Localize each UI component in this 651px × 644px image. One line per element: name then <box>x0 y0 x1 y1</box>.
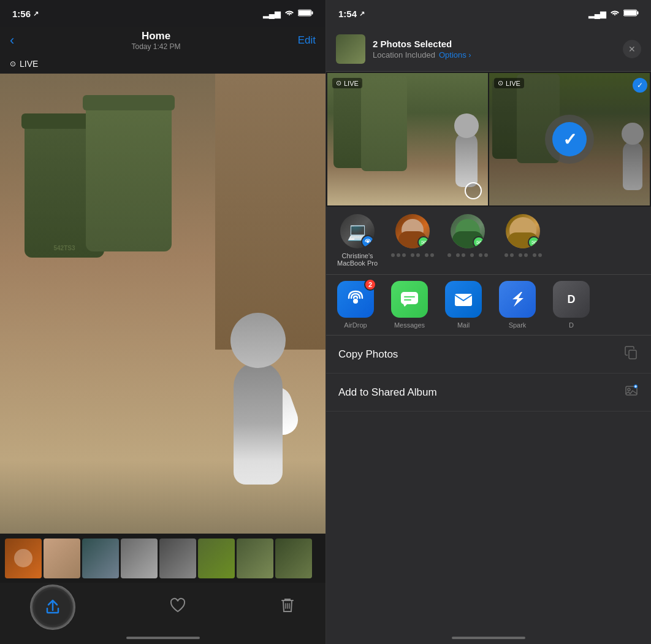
app-item-more[interactable]: D D <box>547 281 596 329</box>
thumbnail-item[interactable] <box>82 539 119 578</box>
messages-icon-4: ✉ <box>531 239 536 246</box>
airdrop-badge <box>361 235 375 248</box>
shared-album-icon <box>624 383 639 401</box>
share-header: 2 Photos Selected Location Included Opti… <box>326 27 651 72</box>
share-thumbnail <box>336 34 365 64</box>
share-title: 2 Photos Selected <box>373 39 615 49</box>
photo-selector: ⊙ LIVE ⊙ LIVE <box>326 72 651 207</box>
live-dot-icon-2: ⊙ <box>498 79 503 87</box>
battery-icon <box>298 9 313 18</box>
more-label: D <box>569 321 574 329</box>
person-item-macbook[interactable]: 💻 Christine's MacBook Pro <box>336 214 379 267</box>
person-item-2[interactable]: ✉ <box>391 214 434 257</box>
photo-background: 542TS3 <box>0 74 326 534</box>
location-arrow-icon: ↗ <box>33 10 39 18</box>
thumbnail-item[interactable] <box>275 539 312 578</box>
live-badge-1: ⊙ LIVE <box>332 78 362 88</box>
left-time: 1:56 ↗ <box>12 9 39 19</box>
svg-rect-2 <box>299 10 311 15</box>
person-dots-4 <box>504 253 542 257</box>
app-item-spark[interactable]: Spark <box>493 281 542 329</box>
messages-icon-2: ✉ <box>421 239 426 246</box>
left-status-icons: ▂▄▆ <box>263 9 313 18</box>
small-checkmark: ✓ <box>637 81 643 90</box>
home-indicator <box>126 637 200 639</box>
svg-rect-10 <box>629 350 636 359</box>
person-dots-2 <box>391 253 434 257</box>
photo-select-item-1[interactable]: ⊙ LIVE <box>327 73 488 205</box>
photo-select-item-2[interactable]: ⊙ LIVE ✓ ✓ <box>489 73 650 205</box>
selected-check-overlay: ✓ <box>545 115 594 164</box>
right-home-indicator <box>452 637 525 639</box>
share-info: 2 Photos Selected Location Included Opti… <box>373 39 615 59</box>
thumbnail-item[interactable] <box>237 539 273 578</box>
small-check-badge: ✓ <box>633 78 647 93</box>
messages-icon-3: ✉ <box>476 239 481 246</box>
macbook-name: Christine's MacBook Pro <box>337 252 378 267</box>
thumbnail-item[interactable] <box>198 539 235 578</box>
live-dot-icon: ⊙ <box>336 79 341 87</box>
wifi-icon <box>284 9 294 18</box>
right-phone: 1:54 ↗ ▂▄▆ 2 Photos Selected Location In… <box>326 0 651 644</box>
thumbnail-strip[interactable] <box>0 534 326 583</box>
svg-rect-1 <box>311 11 313 14</box>
live-badge: ⊙ LIVE <box>0 54 326 74</box>
svg-rect-4 <box>637 11 639 14</box>
thumbnail-item[interactable] <box>44 539 80 578</box>
live-text-1: LIVE <box>344 80 359 87</box>
title-text: Home <box>131 30 180 42</box>
person-avatar-3: ✉ <box>451 214 485 248</box>
thumbnail-item[interactable] <box>121 539 158 578</box>
airdrop-label: AirDrop <box>344 321 367 329</box>
copy-icon <box>624 345 639 363</box>
more-icon: D <box>553 281 590 318</box>
person-avatar-2: ✉ <box>395 214 430 248</box>
svg-rect-8 <box>401 292 418 304</box>
right-signal-icon: ▂▄▆ <box>588 9 606 18</box>
add-to-shared-album-label: Add to Shared Album <box>338 386 437 399</box>
person-item-3[interactable]: ✉ <box>446 214 489 257</box>
select-circle-1[interactable] <box>465 182 482 199</box>
app-item-messages[interactable]: Messages <box>385 281 434 329</box>
right-location-icon: ↗ <box>359 10 365 18</box>
edit-button[interactable]: Edit <box>298 34 316 47</box>
thumbnail-item[interactable] <box>159 539 196 578</box>
signal-icon: ▂▄▆ <box>263 9 281 18</box>
add-to-shared-album-row[interactable]: Add to Shared Album <box>326 374 651 412</box>
messages-label: Messages <box>394 321 425 329</box>
chevron-left-icon: ‹ <box>10 33 14 48</box>
people-row: 💻 Christine's MacBook Pro ✉ <box>326 207 651 275</box>
checkmark-icon: ✓ <box>563 129 577 150</box>
dog-decoration <box>221 313 295 485</box>
mail-icon <box>445 281 482 318</box>
person-avatar-4: ✉ <box>506 214 540 248</box>
nav-title: Home Today 1:42 PM <box>131 30 180 51</box>
trash-cans-decoration: 542TS3 <box>18 86 190 331</box>
live-circle-icon: ⊙ <box>10 59 16 68</box>
options-button[interactable]: Options › <box>439 50 471 59</box>
app-item-mail[interactable]: Mail <box>439 281 488 329</box>
app-item-airdrop[interactable]: 2 AirDrop <box>331 281 380 329</box>
messages-icon <box>391 281 428 318</box>
back-button[interactable]: ‹ <box>10 33 14 48</box>
favorite-button[interactable] <box>169 597 186 618</box>
person-item-4[interactable]: ✉ <box>501 214 544 257</box>
time-text: 1:56 <box>12 9 31 19</box>
copy-photos-row[interactable]: Copy Photos <box>326 335 651 374</box>
right-status-bar: 1:54 ↗ ▂▄▆ <box>326 0 651 27</box>
airdrop-icon: 2 <box>337 281 374 318</box>
mail-label: Mail <box>457 321 470 329</box>
right-time: 1:54 ↗ <box>338 9 365 19</box>
live-label: LIVE <box>20 59 38 69</box>
share-button[interactable] <box>31 585 75 629</box>
delete-button[interactable] <box>280 597 295 618</box>
svg-rect-5 <box>624 10 636 15</box>
thumbnail-item[interactable] <box>5 539 42 578</box>
left-status-bar: 1:56 ↗ ▂▄▆ <box>0 0 326 27</box>
share-close-button[interactable]: ✕ <box>623 40 641 58</box>
main-photo: 542TS3 <box>0 74 326 534</box>
right-time-text: 1:54 <box>338 9 357 19</box>
action-rows: Copy Photos Add to Shared Album <box>326 335 651 644</box>
live-badge-2: ⊙ LIVE <box>494 78 524 88</box>
photo-bg-1 <box>327 73 488 205</box>
